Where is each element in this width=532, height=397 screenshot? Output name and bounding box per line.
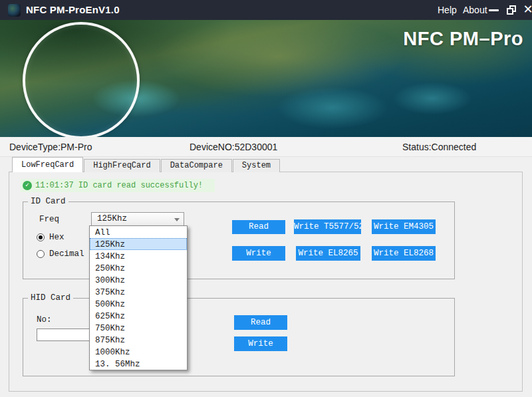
app-window: NFC PM-ProEnV1.0 Help About ✕ NFC PM–Pro… <box>0 0 532 397</box>
freq-option-125khz[interactable]: 125Khz <box>90 238 187 250</box>
freq-option-1356mhz[interactable]: 13. 56Mhz <box>90 358 187 370</box>
app-logo-icon <box>8 4 21 17</box>
freq-dropdown-list: All 125Khz 134Khz 250Khz 300Khz 375Khz 5… <box>89 225 188 370</box>
freq-option-875khz[interactable]: 875Khz <box>90 334 187 346</box>
freq-option-375khz[interactable]: 375Khz <box>90 286 187 298</box>
write-em4305-button[interactable]: Write EM4305 <box>372 219 436 234</box>
freq-option-300khz[interactable]: 300Khz <box>90 274 187 286</box>
status-message-text: 11:01:37 ID card read successfully! <box>35 181 203 190</box>
write-t5577-button[interactable]: Write T5577/520 <box>294 219 361 234</box>
chevron-down-icon <box>174 218 180 221</box>
freq-combobox[interactable]: 125Khz <box>91 212 184 226</box>
write-el8265-button[interactable]: Write EL8265 <box>296 246 360 261</box>
tab-system[interactable]: System <box>233 159 280 172</box>
title-bar: NFC PM-ProEnV1.0 Help About ✕ <box>0 0 532 20</box>
freq-option-500khz[interactable]: 500Khz <box>90 298 187 310</box>
lowfreqcard-panel: ✓ 11:01:37 ID card read successfully! ID… <box>9 172 523 392</box>
status-label: Status:Connected <box>402 137 476 157</box>
id-write-button[interactable]: Write <box>232 246 285 261</box>
device-info-bar: DeviceType:PM-Pro DeviceNO:52D30001 Stat… <box>0 137 532 157</box>
status-text: ID card read successfully! <box>78 181 203 190</box>
maximize-restore-button[interactable] <box>504 0 519 20</box>
freq-option-134khz[interactable]: 134Khz <box>90 250 187 262</box>
minimize-icon <box>489 9 499 11</box>
tab-highfreqcard[interactable]: HighFreqCard <box>84 159 160 172</box>
hid-write-button[interactable]: Write <box>234 336 287 351</box>
status-time: 11:01:37 <box>35 181 74 190</box>
radio-hex-dot <box>37 233 45 241</box>
freq-option-750khz[interactable]: 750Khz <box>90 322 187 334</box>
device-no-label: DeviceNO:52D30001 <box>190 137 277 157</box>
hid-no-label: No: <box>37 315 52 325</box>
id-card-group-title: ID Card <box>28 197 68 206</box>
radio-hex[interactable]: Hex <box>37 233 65 242</box>
write-el8268-button[interactable]: Write EL8268 <box>372 246 436 261</box>
banner-circle-logo <box>23 22 140 137</box>
close-icon: ✕ <box>521 0 532 20</box>
help-menu[interactable]: Help <box>438 0 457 20</box>
close-button[interactable]: ✕ <box>520 0 532 20</box>
id-card-group: ID Card Freq 125Khz Hex Decimal Read Wri… <box>23 201 455 279</box>
banner-image: NFC PM–Pro <box>0 20 532 137</box>
device-type-label: DeviceType:PM-Pro <box>9 137 92 157</box>
radio-hex-label: Hex <box>49 233 65 242</box>
freq-option-all[interactable]: All <box>90 226 187 238</box>
radio-decimal-label: Decimal <box>49 249 84 259</box>
window-title: NFC PM-ProEnV1.0 <box>26 0 120 20</box>
freq-option-625khz[interactable]: 625Khz <box>90 310 187 322</box>
radio-decimal[interactable]: Decimal <box>37 249 84 259</box>
success-check-icon: ✓ <box>23 181 32 190</box>
hid-card-group-title: HID Card <box>28 293 73 303</box>
restore-icon-front <box>507 8 513 15</box>
brand-title: NFC PM–Pro <box>403 28 523 50</box>
freq-label: Freq <box>39 215 59 224</box>
status-message: ✓ 11:01:37 ID card read successfully! <box>21 179 215 192</box>
id-read-button[interactable]: Read <box>232 220 285 234</box>
tab-lowfreqcard[interactable]: LowFreqCard <box>12 157 83 172</box>
minimize-button[interactable] <box>487 0 501 20</box>
hid-card-group: HID Card No: Read Write <box>23 298 455 376</box>
about-menu[interactable]: About <box>463 0 487 20</box>
tab-strip: LowFreqCard HighFreqCard DataCompare Sys… <box>12 157 281 172</box>
freq-option-1000khz[interactable]: 1000Khz <box>90 346 187 358</box>
freq-combobox-value: 125Khz <box>97 214 127 223</box>
freq-option-250khz[interactable]: 250Khz <box>90 262 187 274</box>
radio-decimal-dot <box>37 250 45 258</box>
hid-read-button[interactable]: Read <box>234 315 287 330</box>
tab-datacompare[interactable]: DataCompare <box>161 159 232 172</box>
